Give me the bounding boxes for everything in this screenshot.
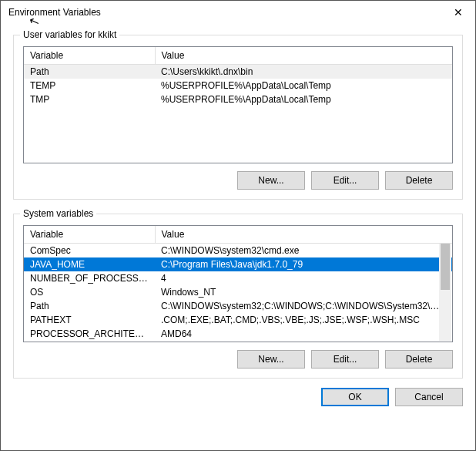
cell-variable: TMP [24,93,155,106]
titlebar: Environment Variables ✕ [1,1,475,24]
cell-variable: PATHEXT [24,313,155,327]
system-variables-table[interactable]: Variable Value ComSpec C:\WINDOWS\system… [24,226,452,341]
close-button[interactable]: ✕ [443,2,474,23]
table-row[interactable]: OS Windows_NT [24,285,452,299]
user-buttons: New... Edit... Delete [23,171,453,190]
user-col-variable[interactable]: Variable [24,47,155,65]
table-row[interactable]: ComSpec C:\WINDOWS\system32\cmd.exe [24,244,452,258]
cell-value: %USERPROFILE%\AppData\Local\Temp [155,93,452,106]
system-buttons: New... Edit... Delete [23,350,453,369]
cell-value: .COM;.EXE;.BAT;.CMD;.VBS;.VBE;.JS;.JSE;.… [155,313,452,327]
close-icon: ✕ [454,6,463,19]
table-row[interactable]: PATHEXT .COM;.EXE;.BAT;.CMD;.VBS;.VBE;.J… [24,313,452,327]
user-delete-button[interactable]: Delete [385,171,453,190]
table-row[interactable]: NUMBER_OF_PROCESSORS 4 [24,271,452,285]
table-row[interactable]: JAVA_HOME C:\Program Files\Java\jdk1.7.0… [24,257,452,271]
cell-value: C:\WINDOWS\system32\cmd.exe [155,244,452,258]
table-row[interactable]: PROCESSOR_ARCHITECTURE AMD64 [24,327,452,341]
user-variables-group: User variables for kkikt Variable Value … [13,35,463,200]
dialog-buttons: OK Cancel [13,379,463,406]
table-row[interactable]: Path C:\Users\kkikt\.dnx\bin [24,65,452,79]
dialog-body: User variables for kkikt Variable Value … [1,24,475,450]
system-new-button[interactable]: New... [237,350,305,369]
ok-button[interactable]: OK [321,388,389,406]
cell-variable: ComSpec [24,244,155,258]
environment-variables-dialog: Environment Variables ✕ User variables f… [0,0,476,451]
cell-variable: Path [24,299,155,313]
system-edit-button[interactable]: Edit... [311,350,379,369]
user-col-value[interactable]: Value [155,47,452,65]
cell-variable: TEMP [24,79,155,93]
cell-value: Windows_NT [155,285,452,299]
user-variables-table[interactable]: Variable Value Path C:\Users\kkikt\.dnx\… [24,47,452,106]
table-row[interactable]: TMP %USERPROFILE%\AppData\Local\Temp [24,93,452,106]
cell-value: C:\WINDOWS\system32;C:\WINDOWS;C:\WINDOW… [155,299,452,313]
user-variables-table-wrap: Variable Value Path C:\Users\kkikt\.dnx\… [23,46,453,163]
system-variables-table-wrap: Variable Value ComSpec C:\WINDOWS\system… [23,225,453,342]
table-row[interactable]: TEMP %USERPROFILE%\AppData\Local\Temp [24,79,452,93]
cell-value: %USERPROFILE%\AppData\Local\Temp [155,79,452,93]
system-scrollbar[interactable] [439,244,451,341]
window-title: Environment Variables [8,7,101,18]
cell-value: AMD64 [155,327,452,341]
cell-value: C:\Program Files\Java\jdk1.7.0_79 [155,257,452,271]
system-col-variable[interactable]: Variable [24,226,155,244]
cell-variable: Path [24,65,155,79]
table-row[interactable]: Path C:\WINDOWS\system32;C:\WINDOWS;C:\W… [24,299,452,313]
scrollbar-thumb[interactable] [441,244,450,290]
system-delete-button[interactable]: Delete [385,350,453,369]
cell-value: C:\Users\kkikt\.dnx\bin [155,65,452,79]
user-edit-button[interactable]: Edit... [311,171,379,190]
user-new-button[interactable]: New... [237,171,305,190]
cell-value: 4 [155,271,452,285]
system-variables-legend: System variables [20,208,96,219]
cell-variable: OS [24,285,155,299]
cell-variable: NUMBER_OF_PROCESSORS [24,271,155,285]
cancel-button[interactable]: Cancel [395,388,463,406]
system-variables-group: System variables Variable Value ComSpec … [13,214,463,379]
user-variables-legend: User variables for kkikt [20,29,119,40]
system-col-value[interactable]: Value [155,226,452,244]
cell-variable: PROCESSOR_ARCHITECTURE [24,327,155,341]
cell-variable: JAVA_HOME [24,257,155,271]
